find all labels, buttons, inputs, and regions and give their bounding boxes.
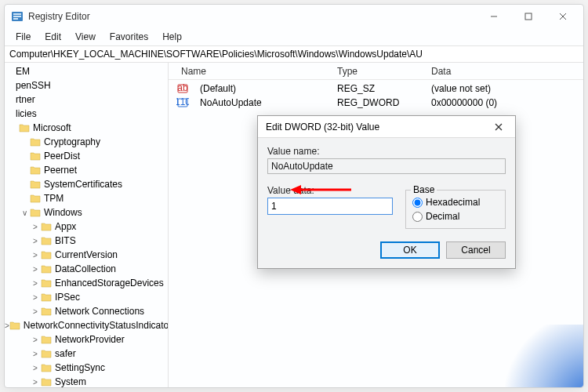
cancel-button[interactable]: Cancel bbox=[446, 241, 506, 259]
radio-hex-input[interactable] bbox=[412, 198, 423, 208]
ok-button[interactable]: OK bbox=[380, 241, 440, 259]
tree-item[interactable]: ∨Windows bbox=[5, 205, 168, 220]
folder-icon bbox=[30, 208, 41, 217]
menu-edit[interactable]: Edit bbox=[38, 30, 67, 44]
value-name-field: NoAutoUpdate bbox=[267, 158, 506, 174]
tree-item[interactable]: >DataCollection bbox=[5, 262, 168, 276]
tree-item[interactable]: >Appx bbox=[5, 220, 168, 234]
svg-text:110: 110 bbox=[176, 96, 189, 107]
minimize-button[interactable] bbox=[477, 5, 511, 28]
expand-icon[interactable]: > bbox=[30, 378, 41, 387]
maximize-button[interactable] bbox=[511, 5, 546, 28]
menu-view[interactable]: View bbox=[69, 30, 102, 44]
dialog-close-button[interactable] bbox=[487, 116, 510, 138]
expand-icon[interactable]: > bbox=[30, 364, 41, 372]
folder-icon bbox=[41, 278, 52, 288]
svg-rect-2 bbox=[13, 16, 21, 17]
svg-rect-1 bbox=[13, 13, 21, 15]
value-data: 0x00000000 (0) bbox=[423, 97, 583, 108]
value-row[interactable]: 110NoAutoUpdateREG_DWORD0x00000000 (0) bbox=[169, 96, 583, 110]
expand-icon[interactable]: > bbox=[30, 251, 41, 260]
folder-icon bbox=[41, 222, 52, 231]
radio-decimal[interactable]: Decimal bbox=[412, 211, 499, 222]
tree-item[interactable]: TPM bbox=[5, 191, 168, 205]
hex-label: Hexadecimal bbox=[426, 197, 480, 208]
col-data[interactable]: Data bbox=[423, 66, 583, 77]
tree-item[interactable]: >NetworkConnectivityStatusIndicator bbox=[5, 318, 168, 332]
value-name: (Default) bbox=[192, 83, 329, 94]
tree-item[interactable]: >EnhancedStorageDevices bbox=[5, 276, 168, 290]
tree-item-label: safer bbox=[55, 348, 76, 359]
menu-help[interactable]: Help bbox=[156, 30, 188, 44]
folder-icon bbox=[9, 321, 20, 330]
expand-icon[interactable]: ∨ bbox=[19, 209, 30, 217]
expand-icon[interactable]: > bbox=[30, 237, 41, 245]
value-icon: 110 bbox=[176, 96, 189, 109]
tree-item-label: DataCollection bbox=[55, 263, 116, 274]
svg-text:ab: ab bbox=[177, 82, 188, 93]
regedit-icon bbox=[11, 10, 24, 23]
expand-icon[interactable]: > bbox=[30, 336, 41, 344]
expand-icon[interactable]: > bbox=[30, 350, 41, 358]
tree-item-label: EM bbox=[16, 66, 30, 77]
base-label: Base bbox=[411, 184, 437, 195]
tree-item[interactable]: PeerDist bbox=[5, 149, 168, 163]
folder-icon bbox=[41, 236, 52, 245]
col-name[interactable]: Name bbox=[169, 66, 329, 77]
folder-icon bbox=[41, 292, 52, 302]
tree-item[interactable]: SystemCertificates bbox=[5, 177, 168, 191]
value-name-label: Value name: bbox=[267, 146, 506, 157]
tree-item[interactable]: >IPSec bbox=[5, 290, 168, 304]
tree-item-label: PeerDist bbox=[44, 151, 80, 162]
value-name: NoAutoUpdate bbox=[192, 97, 329, 108]
tree-item-label: NetworkProvider bbox=[55, 334, 125, 345]
folder-icon bbox=[41, 377, 52, 387]
svg-rect-3 bbox=[13, 18, 18, 20]
base-group: Base Hexadecimal Decimal bbox=[405, 190, 506, 229]
tree-item-label: EnhancedStorageDevices bbox=[55, 278, 164, 289]
menu-favorites[interactable]: Favorites bbox=[103, 30, 154, 44]
expand-icon[interactable]: > bbox=[30, 307, 41, 316]
value-data: (value not set) bbox=[423, 83, 583, 94]
value-row[interactable]: ab(Default)REG_SZ(value not set) bbox=[169, 82, 583, 96]
expand-icon[interactable]: > bbox=[30, 265, 41, 274]
col-type[interactable]: Type bbox=[329, 66, 423, 77]
dialog-titlebar: Edit DWORD (32-bit) Value bbox=[258, 116, 515, 138]
radio-dec-input[interactable] bbox=[412, 212, 423, 222]
address-input[interactable] bbox=[5, 46, 583, 62]
list-header: Name Type Data bbox=[169, 63, 583, 80]
tree-item[interactable]: rtner bbox=[5, 93, 168, 107]
tree-item[interactable]: >Network Connections bbox=[5, 304, 168, 318]
tree-item[interactable]: EM bbox=[5, 64, 168, 78]
address-bar bbox=[5, 45, 583, 63]
tree-item[interactable]: >SettingSync bbox=[5, 361, 168, 375]
tree-item-label: System bbox=[55, 376, 86, 387]
tree-item[interactable]: >NetworkProvider bbox=[5, 332, 168, 347]
folder-icon bbox=[30, 180, 41, 189]
radio-hexadecimal[interactable]: Hexadecimal bbox=[412, 197, 499, 208]
tree-item-label: Network Connections bbox=[55, 306, 144, 317]
tree-item[interactable]: >safer bbox=[5, 347, 168, 361]
menubar: File Edit View Favorites Help bbox=[5, 28, 583, 45]
menu-file[interactable]: File bbox=[9, 30, 37, 44]
tree-item[interactable]: licies bbox=[5, 107, 168, 121]
value-data-input[interactable] bbox=[267, 198, 393, 215]
tree-item[interactable]: >CurrentVersion bbox=[5, 248, 168, 262]
value-data-label: Value data: bbox=[267, 185, 393, 196]
expand-icon[interactable]: > bbox=[30, 223, 41, 231]
tree-item[interactable]: Cryptography bbox=[5, 135, 168, 149]
tree-item[interactable]: Peernet bbox=[5, 163, 168, 177]
tree-item[interactable]: >BITS bbox=[5, 234, 168, 248]
tree-item-label: SystemCertificates bbox=[44, 179, 122, 190]
expand-icon[interactable]: > bbox=[30, 279, 41, 288]
tree-item[interactable]: penSSH bbox=[5, 78, 168, 93]
tree-pane[interactable]: EMpenSSHrtnerliciesMicrosoftCryptography… bbox=[5, 63, 169, 387]
expand-icon[interactable]: > bbox=[30, 293, 41, 302]
folder-icon bbox=[41, 307, 52, 316]
tree-item-label: licies bbox=[16, 108, 37, 119]
folder-icon bbox=[30, 151, 41, 161]
tree-item[interactable]: Microsoft bbox=[5, 121, 168, 135]
tree-item[interactable]: >System bbox=[5, 375, 168, 387]
close-button[interactable] bbox=[546, 5, 580, 28]
tree-item-label: SettingSync bbox=[55, 362, 105, 373]
